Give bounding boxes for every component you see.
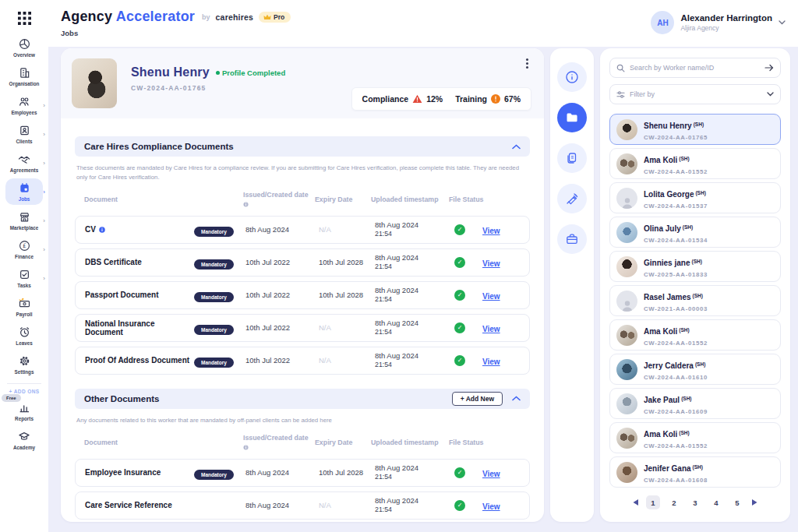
document-row-proof-of-address: Proof Of Address Document Mandatory 10th… bbox=[75, 347, 530, 375]
syringe-icon bbox=[565, 192, 579, 206]
mandatory-badge: Mandatory bbox=[194, 358, 234, 368]
user-menu[interactable]: AH Alexander Harrington Aljira Agency bbox=[651, 11, 786, 34]
sidebar-item-tasks[interactable]: Tasks › bbox=[0, 264, 48, 292]
sidebar-item-employees[interactable]: Employees › bbox=[0, 91, 48, 119]
page-button[interactable]: 4 bbox=[709, 495, 723, 509]
arrow-right-icon[interactable] bbox=[764, 64, 774, 72]
filter-dropdown[interactable]: Filter by bbox=[609, 84, 781, 104]
worker-search[interactable] bbox=[609, 58, 781, 78]
worker-avatar bbox=[616, 325, 637, 346]
brand-name: carehires bbox=[216, 12, 254, 22]
add-new-button[interactable]: + Add New bbox=[452, 392, 503, 406]
worker-list-item[interactable]: Lolita George(SH)CW-2024-AA-01537 bbox=[609, 182, 781, 213]
info-icon[interactable] bbox=[99, 227, 105, 233]
view-link[interactable]: View bbox=[482, 325, 500, 333]
view-link[interactable]: View bbox=[482, 358, 500, 366]
uploaded-timestamp: 8th Aug 202421:54 bbox=[375, 253, 454, 271]
app-grid-icon[interactable] bbox=[16, 10, 32, 26]
more-options-button[interactable] bbox=[521, 56, 533, 70]
page-button[interactable]: 1 bbox=[646, 495, 660, 509]
uploaded-timestamp: 8th Aug 202421:54 bbox=[375, 351, 454, 369]
user-name: Alexander Harrington bbox=[680, 13, 772, 23]
info-icon[interactable] bbox=[243, 445, 249, 450]
folder-icon bbox=[565, 111, 579, 125]
tab-vaccination[interactable] bbox=[557, 184, 587, 213]
worker-list-item[interactable]: Rasel James(SH)CW-2021-AA-00003 bbox=[609, 285, 781, 316]
section-description: Any documents related to this worker tha… bbox=[76, 416, 524, 425]
bar-chart-icon bbox=[19, 402, 30, 414]
breadcrumb: Jobs bbox=[61, 29, 78, 37]
search-input[interactable] bbox=[630, 64, 760, 72]
worker-list-item[interactable]: Ginnies jane(SH)CW-2025-AA-01833 bbox=[609, 251, 781, 282]
worker-photo bbox=[72, 58, 117, 108]
section-header: Other Documents + Add New bbox=[75, 389, 530, 409]
worker-avatar bbox=[616, 393, 637, 414]
document-row-dbs: DBS Certificate Mandatory 10th Jul 2022 … bbox=[75, 248, 530, 277]
document-row-cv: CV Mandatory 8th Aug 2024 N/A 8th Aug 20… bbox=[75, 216, 530, 244]
chevron-down-icon bbox=[779, 20, 786, 25]
sidebar-item-academy[interactable]: Academy bbox=[0, 426, 48, 454]
uploaded-timestamp: 8th Aug 202421:54 bbox=[375, 496, 454, 514]
document-name: Proof Of Address Document bbox=[85, 356, 194, 365]
tab-copies[interactable] bbox=[557, 143, 587, 173]
search-icon bbox=[616, 64, 625, 72]
sidebar-item-settings[interactable]: Settings bbox=[0, 351, 48, 379]
building-icon bbox=[19, 67, 30, 79]
sidebar-item-marketplace[interactable]: Marketplace › bbox=[0, 206, 48, 234]
worker-list-item[interactable]: Ama Koli(SH)CW-2024-AA-01552 bbox=[609, 422, 781, 453]
worker-list-item[interactable]: Jake Paul(SH)CW-2024-AA-01609 bbox=[609, 388, 781, 419]
worker-avatar bbox=[616, 428, 637, 449]
worker-list-item[interactable]: Shenu Henry(SH)CW-2024-AA-01765 bbox=[609, 114, 781, 145]
sidebar-item-overview[interactable]: Overview bbox=[0, 33, 48, 62]
sidebar-item-jobs[interactable]: Jobs › bbox=[0, 178, 48, 206]
view-link[interactable]: View bbox=[482, 259, 500, 268]
worker-list-item[interactable]: Olina July(SH)CW-2024-AA-01534 bbox=[609, 217, 781, 248]
sidebar-item-agreements[interactable]: Agreements › bbox=[0, 149, 48, 177]
sidebar-item-clients[interactable]: Clients › bbox=[0, 120, 48, 148]
filter-label: Filter by bbox=[630, 90, 762, 98]
next-page-icon[interactable] bbox=[751, 499, 758, 506]
page-button[interactable]: 3 bbox=[688, 495, 702, 509]
verified-check-icon: ✓ bbox=[454, 355, 465, 366]
profile-status: Profile Completed bbox=[216, 69, 285, 77]
sidebar-item-reports[interactable]: Free Reports bbox=[0, 397, 48, 425]
page-button[interactable]: 2 bbox=[667, 495, 681, 509]
mandatory-badge: Mandatory bbox=[194, 325, 234, 335]
sidebar-item-leaves[interactable]: Leaves bbox=[0, 322, 48, 350]
issued-date: 10th Jul 2022 bbox=[245, 356, 319, 365]
column-status: File Status bbox=[449, 439, 517, 448]
chevron-down-icon bbox=[767, 92, 774, 97]
other-documents-section: Other Documents + Add New Any documents … bbox=[75, 389, 530, 520]
status-dot bbox=[216, 71, 220, 75]
tab-info[interactable] bbox=[557, 62, 587, 92]
worker-list-item[interactable]: Ama Koli(SH)CW-2024-AA-01552 bbox=[609, 148, 781, 179]
view-link[interactable]: View bbox=[482, 227, 500, 235]
document-row-employee-insurance: Employee Insurance Mandatory 8th Aug 202… bbox=[75, 459, 530, 487]
collapse-chevron-icon[interactable] bbox=[512, 144, 521, 150]
worker-list-item[interactable]: Jenifer Gana(SH)CW-2024-AA-01608 bbox=[609, 456, 781, 488]
worker-list-item[interactable]: Ama Koli(SH)CW-2024-AA-01552 bbox=[609, 319, 781, 351]
tab-documents-folder[interactable] bbox=[557, 103, 587, 132]
sidebar-item-payroll[interactable]: Payroll bbox=[0, 293, 48, 321]
byline: by bbox=[202, 13, 210, 21]
verified-check-icon: ✓ bbox=[454, 322, 465, 333]
expiry-date: 10th Jul 2028 bbox=[319, 468, 375, 477]
info-icon[interactable] bbox=[243, 202, 249, 207]
view-link[interactable]: View bbox=[482, 502, 500, 511]
sidebar-item-organisation[interactable]: Organisation bbox=[0, 62, 48, 90]
section-description: These documents are mandated by Care Hir… bbox=[76, 164, 524, 182]
tab-work-history[interactable] bbox=[557, 224, 587, 254]
column-issued: Issued/Created date bbox=[243, 191, 315, 210]
info-icon bbox=[565, 70, 579, 84]
expiry-date: 10th Jul 2028 bbox=[319, 258, 375, 266]
prev-page-icon[interactable] bbox=[632, 499, 639, 506]
sidebar-item-finance[interactable]: £ Finance › bbox=[0, 235, 48, 263]
column-expiry: Expiry Date bbox=[315, 196, 371, 205]
view-link[interactable]: View bbox=[482, 470, 500, 478]
worker-list-item[interactable]: Jerry Caldera(SH)CW-2024-AA-01610 bbox=[609, 354, 781, 385]
chevron-right-icon: › bbox=[43, 246, 45, 253]
worker-avatar-placeholder bbox=[616, 291, 637, 312]
collapse-chevron-icon[interactable] bbox=[512, 396, 521, 401]
page-button[interactable]: 5 bbox=[730, 495, 744, 509]
view-link[interactable]: View bbox=[482, 292, 500, 301]
